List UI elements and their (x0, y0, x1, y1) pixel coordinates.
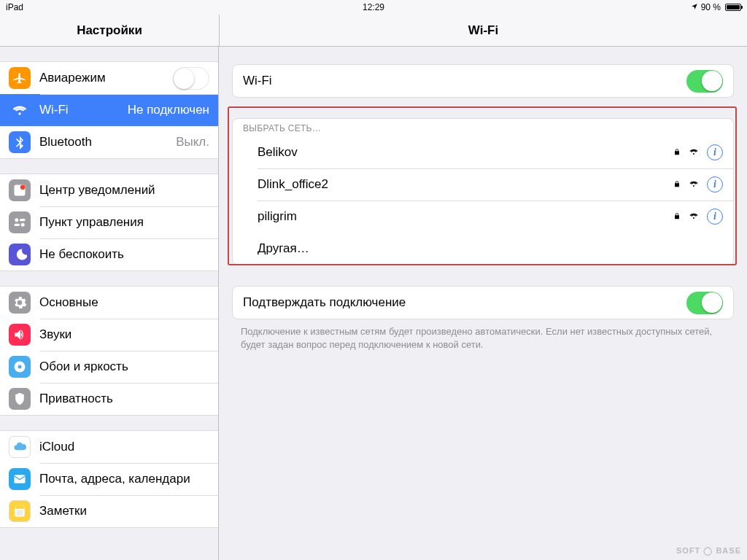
ask-to-join-group: Подтверждать подключение (232, 286, 734, 319)
general-icon (9, 292, 31, 314)
wifi-toggle[interactable] (686, 70, 723, 93)
sidebar-item-mail[interactable]: Почта, адреса, календари (0, 463, 218, 495)
detail-title: Wi-Fi (219, 15, 747, 46)
wifi-signal-icon (688, 145, 700, 160)
wall-icon (9, 356, 31, 378)
ask-to-join-toggle[interactable] (686, 292, 723, 314)
dnd-icon (9, 244, 31, 265)
wifi-master-group: Wi-Fi (232, 64, 734, 98)
wifi-signal-icon (688, 177, 700, 192)
wifi-detail-pane: Wi-Fi ВЫБРАТЬ СЕТЬ… BelikoviDlink_office… (219, 47, 747, 560)
sidebar-item-bluetooth[interactable]: BluetoothВыкл. (0, 126, 218, 158)
ask-to-join-label: Подтверждать подключение (243, 295, 686, 310)
icloud-icon (9, 436, 31, 458)
sidebar-group-0: АвиарежимWi-FiНе подключенBluetoothВыкл. (0, 61, 218, 159)
svg-rect-10 (15, 506, 24, 509)
sidebar-item-label: Звуки (39, 327, 209, 342)
notif-icon (9, 179, 31, 201)
network-list-header: ВЫБРАТЬ СЕТЬ… (233, 119, 733, 136)
sidebar-item-dnd[interactable]: Не беспокоить (0, 238, 218, 271)
sidebar-item-label: Основные (39, 295, 209, 310)
network-row[interactable]: Dlink_office2i (233, 168, 733, 201)
watermark: SOFT ◯ BASE (676, 546, 741, 556)
sidebar-item-control[interactable]: Пункт управления (0, 206, 218, 238)
settings-sidebar: АвиарежимWi-FiНе подключенBluetoothВыкл.… (0, 47, 219, 560)
sidebar-item-privacy[interactable]: Приватность (0, 383, 218, 415)
sidebar-item-label: Авиарежим (39, 71, 173, 85)
notes-icon (9, 500, 31, 522)
lock-icon (673, 145, 681, 160)
sounds-icon (9, 324, 31, 346)
ask-to-join-footnote: Подключение к известным сетям будет прои… (241, 325, 725, 351)
sidebar-item-value: Выкл. (176, 135, 209, 149)
sidebar-group-2: ОсновныеЗвукиОбои и яркостьПриватность (0, 286, 218, 416)
sidebar-item-label: Приватность (39, 392, 209, 406)
network-list-group: ВЫБРАТЬ СЕТЬ… BelikoviDlink_office2ipili… (232, 118, 734, 265)
clock: 12:29 (0, 2, 747, 12)
info-button[interactable]: i (707, 209, 723, 225)
sidebar-group-1: Центр уведомленийПункт управленияНе бесп… (0, 174, 218, 271)
airplane-icon (9, 67, 31, 89)
sidebar-item-notif[interactable]: Центр уведомлений (0, 174, 218, 206)
privacy-icon (9, 388, 31, 410)
sidebar-item-label: Bluetooth (39, 135, 176, 149)
network-name: Dlink_office2 (258, 177, 673, 192)
mail-icon (9, 468, 31, 490)
wifi-switch-label: Wi-Fi (243, 74, 686, 88)
svg-point-7 (18, 365, 22, 369)
status-bar: iPad 12:29 90 % (0, 0, 747, 15)
lock-icon (673, 209, 681, 224)
svg-point-1 (20, 185, 26, 190)
sidebar-item-label: Не беспокоить (39, 247, 209, 262)
sidebar-item-label: iCloud (39, 440, 209, 454)
svg-point-4 (21, 223, 25, 227)
ask-to-join-row[interactable]: Подтверждать подключение (233, 287, 733, 319)
sidebar-group-3: iCloudПочта, адреса, календариЗаметки (0, 430, 218, 528)
other-network-label: Другая… (258, 241, 723, 256)
network-name: Belikov (258, 145, 673, 160)
sidebar-item-label: Почта, адреса, календари (39, 472, 209, 486)
airplane-toggle[interactable] (173, 67, 209, 90)
network-name: piligrim (258, 209, 673, 224)
battery-icon (725, 4, 741, 11)
network-row[interactable]: piligrimi (233, 201, 733, 233)
sidebar-item-sounds[interactable]: Звуки (0, 319, 218, 351)
sidebar-item-icloud[interactable]: iCloud (0, 431, 218, 463)
sidebar-item-wall[interactable]: Обои и яркость (0, 351, 218, 383)
info-button[interactable]: i (707, 144, 723, 160)
wifi-signal-icon (688, 209, 700, 224)
wifi-icon (9, 99, 31, 121)
other-network-row[interactable]: Другая… (233, 233, 733, 265)
sidebar-item-label: Заметки (39, 504, 209, 518)
sidebar-item-label: Центр уведомлений (39, 183, 209, 198)
bluetooth-icon (9, 131, 31, 153)
svg-rect-3 (20, 219, 26, 221)
svg-rect-8 (15, 475, 26, 483)
sidebar-item-value: Не подключен (128, 103, 209, 117)
navigation-bars: Настройки Wi-Fi (0, 15, 747, 47)
sidebar-item-label: Обои и яркость (39, 359, 209, 374)
sidebar-item-notes[interactable]: Заметки (0, 495, 218, 527)
sidebar-item-general[interactable]: Основные (0, 287, 218, 319)
sidebar-item-label: Пункт управления (39, 215, 209, 230)
master-title: Настройки (0, 15, 219, 46)
network-row[interactable]: Belikovi (233, 136, 733, 168)
sidebar-item-label: Wi-Fi (39, 103, 128, 117)
lock-icon (673, 177, 681, 192)
svg-rect-5 (15, 224, 20, 226)
info-button[interactable]: i (707, 176, 723, 192)
sidebar-item-wifi[interactable]: Wi-FiНе подключен (0, 94, 218, 126)
sidebar-item-airplane[interactable]: Авиарежим (0, 62, 218, 94)
wifi-switch-row[interactable]: Wi-Fi (233, 65, 733, 97)
control-icon (9, 211, 31, 233)
svg-point-2 (15, 218, 18, 222)
